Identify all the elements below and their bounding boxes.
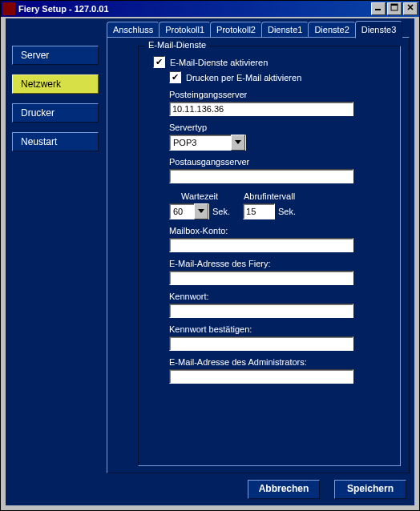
sidebar-item-label: Server (21, 50, 49, 61)
tab-dienste2[interactable]: Dienste2 (308, 22, 355, 38)
label-incoming-server: Posteingangsserver (169, 90, 389, 99)
tab-panel: E-Mail-Dienste ✔ E-Mail-Dienste aktivier… (107, 37, 410, 473)
svg-rect-2 (391, 4, 398, 6)
select-timeout[interactable]: 60 (169, 203, 209, 219)
label-password: Kennwort: (169, 292, 389, 301)
input-confirm-password[interactable] (169, 336, 353, 351)
group-email-dienste: E-Mail-Dienste ✔ E-Mail-Dienste aktivier… (138, 46, 401, 466)
input-outgoing-server[interactable] (169, 169, 353, 183)
select-value: 60 (170, 207, 194, 216)
window-title: Fiery Setup - 127.0.01 (18, 4, 371, 14)
input-password[interactable] (169, 304, 353, 318)
select-value: POP3 (170, 138, 231, 147)
tab-protokoll2[interactable]: Protokoll2 (210, 22, 262, 38)
check-icon: ✔ (169, 71, 181, 83)
input-admin-email[interactable] (169, 369, 353, 384)
label-timeout: Wartezeit (169, 191, 230, 201)
group-body: ✔ E-Mail-Dienste aktivieren ✔ Drucken pe… (139, 46, 400, 390)
title-bar: Fiery Setup - 127.0.01 (1, 1, 419, 17)
group-title: E-Mail-Dienste (145, 40, 209, 50)
input-incoming-server[interactable] (169, 102, 353, 116)
sidebar-item-label: Neustart (21, 136, 57, 147)
input-poll-interval[interactable] (243, 203, 275, 219)
tab-label: Dienste3 (361, 25, 396, 34)
tab-protokoll1[interactable]: Protokoll1 (159, 22, 211, 38)
input-mailbox-account[interactable] (169, 238, 353, 252)
svg-rect-0 (375, 9, 381, 10)
sidebar-item-drucker[interactable]: Drucker (12, 103, 99, 123)
label-fiery-email: E-Mail-Adresse des Fiery: (169, 259, 389, 268)
sidebar-item-server[interactable]: Server (12, 46, 99, 65)
minimize-button[interactable] (371, 2, 386, 15)
label-outgoing-server: Postausgangsserver (169, 157, 389, 167)
input-fiery-email[interactable] (169, 271, 353, 285)
label-admin-email: E-Mail-Adresse des Administrators: (169, 357, 389, 367)
tab-label: Protokoll2 (216, 25, 256, 34)
button-label: Abbrechen (259, 483, 309, 494)
cancel-button[interactable]: Abbrechen (248, 480, 320, 499)
app-icon (2, 2, 15, 15)
tab-label: Dienste2 (314, 25, 349, 34)
chevron-down-icon (231, 135, 245, 151)
chevron-down-icon (194, 203, 208, 219)
tab-label: Protokoll1 (165, 25, 204, 34)
tab-dienste1[interactable]: Dienste1 (261, 22, 309, 38)
dialog-buttons: Abbrechen Speichern (248, 480, 406, 499)
save-button[interactable]: Speichern (334, 480, 406, 499)
unit-poll: Sek. (278, 207, 296, 216)
sidebar-item-neustart[interactable]: Neustart (12, 132, 99, 151)
close-button[interactable] (403, 2, 418, 15)
window-controls (371, 2, 418, 15)
sidebar-item-netzwerk[interactable]: Netzwerk (12, 74, 99, 94)
label-poll-interval: Abrufintervall (243, 191, 296, 201)
checkbox-enable-email[interactable]: ✔ E-Mail-Dienste aktivieren (153, 56, 268, 68)
button-label: Speichern (347, 483, 394, 494)
checkbox-label: Drucken per E-Mail aktivieren (186, 73, 301, 82)
tab-anschluss[interactable]: Anschluss (107, 22, 160, 38)
sidebar-item-label: Drucker (21, 107, 55, 119)
client-area: Server Netzwerk Drucker Neustart Anschlu… (6, 18, 414, 505)
maximize-button[interactable] (387, 2, 402, 15)
label-mailbox-account: Mailbox-Konto: (169, 226, 389, 235)
label-confirm-password: Kennwort bestätigen: (169, 324, 389, 334)
label-server-type: Servertyp (169, 123, 389, 132)
sidebar: Server Netzwerk Drucker Neustart (12, 46, 99, 151)
checkbox-print-via-email[interactable]: ✔ Drucken per E-Mail aktivieren (169, 71, 301, 83)
tab-strip: Anschluss Protokoll1 Protokoll2 Dienste1… (107, 22, 410, 38)
tab-label: Dienste1 (268, 25, 302, 34)
tab-label: Anschluss (113, 25, 153, 34)
app-window: Fiery Setup - 127.0.01 Server Netzwerk D… (0, 0, 420, 511)
tab-dienste3[interactable]: Dienste3 (355, 21, 402, 38)
check-icon: ✔ (153, 56, 165, 68)
unit-timeout: Sek. (212, 207, 230, 216)
select-server-type[interactable]: POP3 (169, 135, 246, 151)
checkbox-label: E-Mail-Dienste aktivieren (170, 58, 268, 67)
sidebar-item-label: Netzwerk (21, 78, 61, 90)
